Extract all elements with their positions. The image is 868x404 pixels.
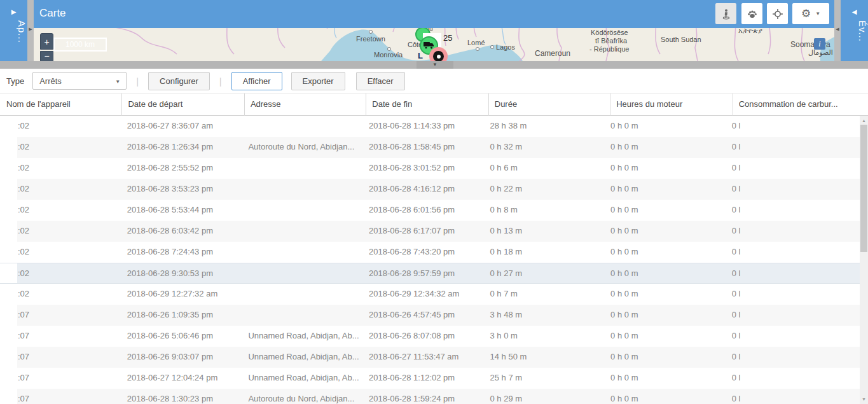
cell-engine: 0 h 0 m (605, 326, 726, 347)
report-type-select[interactable]: Arrêts ▼ (32, 72, 127, 90)
column-header[interactable]: Adresse (245, 94, 366, 116)
map-city-dot (369, 30, 373, 34)
cell-fuel: 0 l (726, 242, 860, 263)
cell-start: 2018-06-27 8:36:07 am (121, 116, 243, 137)
table-row[interactable]: :072018-06-26 9:03:07 pmUnnamed Road, Ab… (0, 347, 860, 368)
cell-address (242, 116, 363, 137)
expand-right-icon[interactable]: ▶ (27, 27, 34, 32)
stop-marker-icon[interactable] (429, 47, 448, 61)
pegman-icon (720, 8, 733, 20)
sidebar-events-label[interactable]: Év... (841, 20, 868, 42)
map-place-label: Lagos (496, 43, 515, 51)
cell-end: 2018-06-28 1:14:33 pm (363, 116, 485, 137)
table-row[interactable]: :022018-06-29 12:27:32 am2018-06-29 12:3… (0, 284, 860, 305)
right-panel-collapse-strip[interactable]: ◀ (834, 0, 841, 61)
table-row[interactable]: :072018-06-27 12:04:24 pmUnnamed Road, A… (0, 368, 860, 389)
toolbar-separator: | (219, 76, 222, 87)
expand-right-icon[interactable]: ▶ (0, 8, 27, 15)
gear-icon: ⚙ (801, 8, 811, 19)
table-row[interactable]: :022018-06-28 7:24:43 pm2018-06-28 7:43:… (0, 242, 860, 263)
cell-fuel: 0 l (726, 137, 860, 158)
column-header[interactable]: Date de départ (122, 94, 244, 116)
cell-fuel: 0 l (726, 263, 860, 283)
show-button[interactable]: Afficher (231, 72, 282, 90)
cell-device: :02 (0, 116, 121, 137)
street-view-button[interactable] (715, 3, 736, 24)
scrollbar-thumb[interactable] (860, 125, 867, 252)
table-row[interactable]: :072018-06-28 1:30:23 pmAutoroute du Nor… (0, 389, 860, 404)
table-row[interactable]: :072018-06-26 1:09:35 pm2018-06-26 4:57:… (0, 305, 860, 326)
cell-end: 2018-06-28 6:01:56 pm (363, 200, 485, 221)
expand-left-icon[interactable]: ◀ (834, 27, 841, 32)
column-header[interactable]: Date de fin (366, 94, 488, 116)
cell-device: :02 (0, 200, 121, 221)
table-row[interactable]: :022018-06-28 2:55:52 pm2018-06-28 3:01:… (0, 158, 860, 179)
clear-button[interactable]: Effacer (356, 72, 405, 90)
cell-fuel: 0 l (726, 221, 860, 242)
map-settings-button[interactable]: ⚙ ▼ (792, 3, 829, 24)
map-attribution-button[interactable]: i (814, 38, 825, 50)
column-header[interactable]: Heures du moteur (610, 94, 733, 116)
report-type-value: Arrêts (39, 76, 62, 86)
expand-left-icon[interactable]: ◀ (841, 8, 868, 15)
map-place-label: South Sudan (661, 36, 701, 43)
table-row[interactable]: :022018-06-28 9:30:53 pm2018-06-28 9:57:… (0, 263, 860, 284)
table-body: :022018-06-27 8:36:07 am2018-06-28 1:14:… (0, 116, 860, 404)
cell-fuel: 0 l (726, 347, 860, 368)
cell-duration: 25 h 7 m (485, 368, 605, 389)
cell-address (242, 179, 363, 200)
cell-end: 2018-06-29 12:34:32 am (363, 284, 485, 305)
chevron-down-icon: ▼ (432, 62, 437, 67)
sidebar-events-tab[interactable]: ◀ Év... (841, 0, 868, 61)
table-row[interactable]: :072018-06-26 5:06:46 pmUnnamed Road, Ab… (0, 326, 860, 347)
cell-device: :02 (0, 158, 121, 179)
cell-device: :07 (0, 389, 121, 404)
cell-device: :02 (0, 179, 121, 200)
cell-fuel: 0 l (726, 305, 860, 326)
scroll-down-icon[interactable]: ▼ (860, 395, 868, 403)
table-row[interactable]: :022018-06-28 5:53:44 pm2018-06-28 6:01:… (0, 200, 860, 221)
cell-device: :02 (0, 263, 121, 283)
cell-start: 2018-06-28 5:53:44 pm (121, 200, 243, 221)
map-place-label: - République (589, 45, 629, 53)
column-header[interactable]: Nom de l'appareil (0, 94, 122, 116)
scroll-up-icon[interactable]: ▲ (860, 116, 868, 125)
table-row[interactable]: :022018-06-28 1:26:34 pmAutoroute du Nor… (0, 137, 860, 158)
zoom-out-button[interactable]: − (40, 51, 53, 61)
configure-button[interactable]: Configurer (148, 72, 210, 90)
map-place-label: Ködörösêse (591, 29, 628, 36)
table-row[interactable]: :022018-06-28 6:03:42 pm2018-06-28 6:17:… (0, 221, 860, 242)
cell-end: 2018-06-28 9:57:59 pm (363, 263, 485, 283)
cell-engine: 0 h 0 m (605, 368, 726, 389)
export-button[interactable]: Exporter (291, 72, 345, 90)
locate-button[interactable] (767, 3, 788, 24)
table-header: Nom de l'appareilDate de départAdresseDa… (0, 94, 868, 116)
cell-device: :02 (0, 284, 121, 305)
cell-engine: 0 h 0 m (605, 158, 726, 179)
map-zoom-control: + − (40, 33, 53, 61)
cell-start: 2018-06-28 7:24:43 pm (121, 242, 243, 263)
cell-duration: 0 h 7 m (485, 284, 605, 305)
map[interactable]: FreetownMonroviaCôteLoméLagosCamerounKöd… (34, 0, 834, 61)
cell-address (242, 158, 363, 179)
cell-engine: 0 h 0 m (605, 179, 726, 200)
collapse-map-handle[interactable]: ▼ (417, 61, 453, 69)
sidebar-devices-label[interactable]: Ap... (0, 20, 27, 43)
table-row[interactable]: :022018-06-28 3:53:23 pm2018-06-28 4:16:… (0, 179, 860, 200)
cell-address (242, 263, 363, 283)
map-place-label: Lomé (467, 39, 485, 46)
cell-device: :07 (0, 347, 121, 368)
sidebar-devices-tab[interactable]: ▶ Ap... (0, 0, 27, 61)
table-row[interactable]: :022018-06-27 8:36:07 am2018-06-28 1:14:… (0, 116, 860, 137)
column-header[interactable]: Durée (489, 94, 610, 116)
left-panel-collapse-strip[interactable]: ▶ (27, 0, 34, 61)
cell-engine: 0 h 0 m (605, 221, 726, 242)
cell-duration: 3 h 0 m (485, 326, 605, 347)
animal-tracking-button[interactable] (741, 3, 762, 24)
column-header[interactable]: Consommation de carbur... (733, 94, 868, 116)
cell-start: 2018-06-26 5:06:46 pm (121, 326, 243, 347)
cell-engine: 0 h 0 m (605, 242, 726, 263)
map-place-label: Freetown (356, 35, 385, 43)
vertical-scrollbar[interactable]: ▲ ▼ (860, 116, 868, 404)
zoom-in-button[interactable]: + (40, 33, 53, 50)
